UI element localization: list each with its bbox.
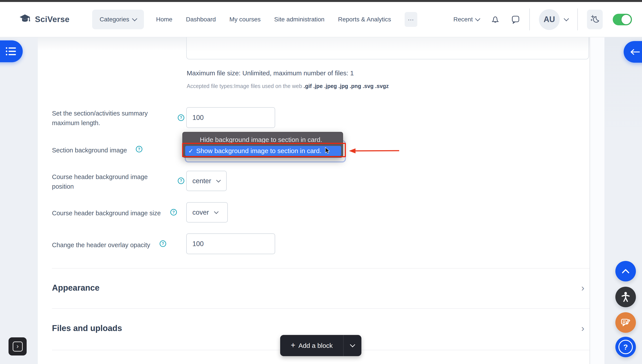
notifications-bell-icon[interactable] [491,15,500,24]
divider [529,8,530,30]
recent-label: Recent [453,16,473,23]
max-file-size-note: Maximum file size: Unlimited, maximum nu… [187,70,354,77]
add-block-caret-button[interactable] [344,335,362,356]
divider [577,8,578,30]
arrow-left-icon [630,48,640,56]
help-button[interactable]: ? [615,337,636,357]
recent-menu-button[interactable]: Recent [453,16,480,23]
theme-toggle-switch[interactable] [613,14,632,25]
chevron-right-boxed-icon: › [13,342,23,352]
help-icon[interactable]: ? [178,178,184,184]
right-gutter [590,37,605,364]
brand-name: SciVerse [35,15,70,24]
nav-link-home[interactable]: Home [156,16,172,23]
help-icon[interactable]: ? [170,209,177,216]
chevron-down-icon [475,16,480,21]
help-icon[interactable]: ? [160,240,166,247]
chevron-down-icon [214,210,218,214]
nav-link-dashboard[interactable]: Dashboard [186,16,216,23]
summary-max-length-input[interactable] [186,107,275,128]
help-icon[interactable]: ? [178,114,184,121]
field-label-header-bg-position: Course header background image position [52,172,157,191]
plus-icon: + [291,341,296,350]
field-label-overlay-opacity: Change the header overlay opacity [52,240,150,250]
chevron-right-icon[interactable]: › [581,283,584,293]
feedback-note-pencil-icon [620,317,631,328]
nav-link-my-courses[interactable]: My courses [229,16,260,23]
chevron-down-icon[interactable] [564,16,569,21]
header-bg-size-select[interactable]: cover [186,202,228,222]
help-icon[interactable]: ? [136,146,142,152]
scroll-to-top-button[interactable] [615,261,636,282]
nav-link-site-administration[interactable]: Site administration [274,16,324,23]
divider [52,268,590,268]
header-bg-size-value: cover [192,208,209,216]
divider [52,308,590,309]
section-heading-appearance[interactable]: Appearance [52,283,100,292]
top-navbar: SciVerse Categories Home Dashboard My co… [0,2,642,37]
navbar-right: Recent AU [453,8,632,30]
section-heading-files-uploads[interactable]: Files and uploads [52,324,122,333]
graduation-cap-icon [19,14,30,25]
chevron-down-icon [350,342,355,347]
nav-links: Home Dashboard My courses Site administr… [156,16,391,23]
chevron-down-icon [216,178,221,182]
overlay-opacity-input[interactable] [186,234,275,254]
accepted-file-types: Accepted file types:Image files used on … [187,83,389,89]
file-dropzone[interactable] [186,36,589,60]
header-bg-position-value: center [192,177,211,185]
question-mark-icon: ? [618,340,633,354]
messages-chat-icon[interactable] [511,15,520,24]
dev-console-button[interactable]: › [8,337,27,356]
accepted-extensions: .gif .jpe .jpeg .jpg .png .svg .svgz [304,83,389,89]
categories-menu-button[interactable]: Categories [92,10,144,29]
toggle-knob [621,14,632,25]
nav-link-reports-analytics[interactable]: Reports & Analytics [338,16,391,23]
open-course-index-button[interactable] [0,40,23,62]
add-block-label: Add a block [298,342,333,349]
navbar-left: SciVerse Categories Home Dashboard My co… [19,10,453,29]
annotation-arrow-icon [348,148,400,155]
accessibility-button[interactable] [615,287,636,307]
window-top-strip [0,0,642,2]
dark-mode-moon-icon[interactable] [587,10,603,29]
add-block-button[interactable]: + Add a block [280,335,362,356]
add-block-main[interactable]: + Add a block [280,335,344,356]
nav-more-button[interactable]: ... [405,12,417,27]
field-label-section-background-image: Section background image [52,146,127,155]
field-label-summary-max-length: Set the section/activities summary maxim… [52,108,161,128]
avatar[interactable]: AU [539,9,560,30]
field-label-header-bg-size: Course header background image size [52,208,174,218]
feedback-button[interactable] [615,312,636,333]
chevron-down-icon [132,16,137,21]
accessibility-person-icon [620,291,631,303]
chevron-up-icon [621,268,630,274]
brand-logo[interactable]: SciVerse [19,14,70,25]
categories-label: Categories [100,16,129,23]
chevron-right-icon[interactable]: › [581,323,584,334]
annotation-red-box [182,143,346,157]
header-bg-position-select[interactable]: center [186,171,227,191]
accepted-prefix: Accepted file types:Image files used on … [187,83,304,89]
